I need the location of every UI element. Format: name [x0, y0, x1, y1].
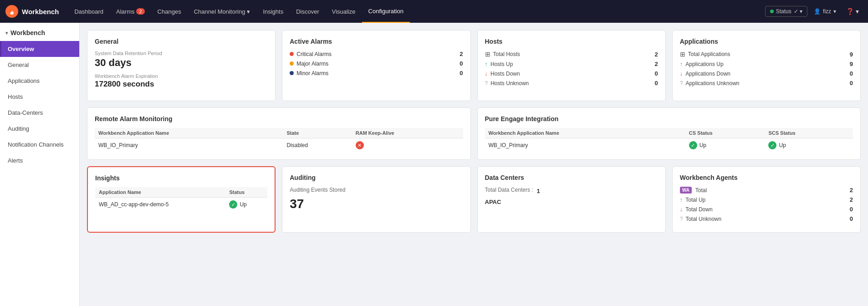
hosts-unknown: ? Hosts Unknown 0 — [485, 80, 658, 87]
sidebar-nav: Overview General Applications Hosts Data… — [0, 41, 79, 168]
minor-dot — [290, 71, 294, 75]
expiration-label: Workbench Alarm Expiration — [95, 73, 268, 79]
insights-col-name: Application Name — [95, 187, 225, 198]
critical-dot — [290, 52, 294, 56]
wba-total: WA Total 2 — [680, 187, 853, 194]
apps-total-icon: ⊞ — [680, 51, 685, 58]
sidebar-item-applications[interactable]: Applications — [0, 73, 79, 89]
table-row: WB_AD_cc-app-dev-demo-5 ✓ Up — [95, 198, 267, 212]
topnav: Workbench Dashboard Alarms 2 Changes Cha… — [0, 0, 868, 23]
pe-cs-check-icon: ✓ — [689, 141, 697, 149]
hosts-down-icon: ↓ — [485, 70, 488, 77]
ram-card: Remote Alarm Monitoring Workbench Applic… — [87, 107, 471, 160]
datacenters-region: APAC — [485, 199, 658, 205]
hosts-card: Hosts ⊞ Total Hosts 2 ↑ Hosts Up 2 ↓ Hos… — [477, 30, 666, 101]
expiration-value: 172800 seconds — [95, 80, 268, 89]
table-row: WB_IO_Primary Disabled ✕ — [95, 138, 463, 153]
apps-down: ↓ Applications Down 0 — [680, 70, 853, 77]
ram-row-keepalive: ✕ — [352, 138, 463, 153]
brand[interactable]: Workbench — [5, 5, 68, 18]
general-card-title: General — [95, 38, 268, 45]
pe-col-scs: SCS Status — [765, 128, 853, 138]
pe-scs-check-icon: ✓ — [768, 141, 776, 149]
pe-row-name: WB_IO_Primary — [485, 138, 685, 153]
pure-engage-card: Pure Engage Integration Workbench Applic… — [477, 107, 861, 160]
user-menu-button[interactable]: 👤 fizz ▾ — [809, 6, 841, 16]
hosts-total: ⊞ Total Hosts 2 — [485, 51, 658, 58]
ram-row-name: WB_IO_Primary — [95, 138, 283, 153]
wba-unknown: ? Total Unknown 0 — [680, 215, 853, 222]
help-button[interactable]: ❓ ▾ — [842, 6, 863, 17]
status-button[interactable]: Status ✓ ▾ — [765, 6, 807, 17]
alarms-badge: 2 — [136, 8, 144, 15]
wb-agents-card: Workbench Agents WA Total 2 ↑ Total Up 2… — [672, 166, 861, 233]
status-dot — [770, 10, 774, 13]
nav-configuration[interactable]: Configuration — [362, 0, 410, 23]
sidebar-item-datacenters[interactable]: Data-Centers — [0, 105, 79, 121]
general-card: General System Data Retention Period 30 … — [87, 30, 276, 101]
sidebar-workspace-label: Workbench — [10, 29, 45, 36]
keepalive-error-icon: ✕ — [356, 141, 364, 149]
alarm-critical: Critical Alarms 2 — [290, 51, 463, 57]
nav-visualize[interactable]: Visualize — [326, 0, 362, 23]
nav-changes[interactable]: Changes — [151, 0, 188, 23]
sidebar-item-notification-channels[interactable]: Notification Channels — [0, 137, 79, 153]
sidebar-item-general[interactable]: General — [0, 57, 79, 73]
pe-col-name: Workbench Application Name — [485, 128, 685, 138]
datacenters-total-label: Total Data Centers : — [485, 187, 533, 193]
applications-card: Applications ⊞ Total Applications 9 ↑ Ap… — [672, 30, 861, 101]
pure-engage-table: Workbench Application Name CS Status SCS… — [485, 128, 853, 152]
insights-table: Application Name Status WB_AD_cc-app-dev… — [95, 187, 267, 211]
apps-unknown: ? Applications Unknown 0 — [680, 80, 853, 87]
nav-channel-monitoring[interactable]: Channel Monitoring ▾ — [188, 0, 257, 23]
wba-up-icon: ↑ — [680, 196, 683, 203]
pure-engage-title: Pure Engage Integration — [485, 115, 853, 122]
datacenters-card: Data Centers Total Data Centers : 1 APAC — [477, 166, 666, 233]
active-alarms-card: Active Alarms Critical Alarms 2 Major Al… — [282, 30, 470, 101]
sidebar-item-auditing[interactable]: Auditing — [0, 121, 79, 137]
ram-row-state: Disabled — [283, 138, 352, 153]
cards-row-2: Remote Alarm Monitoring Workbench Applic… — [87, 107, 861, 160]
datacenters-total: 1 — [537, 188, 540, 194]
wb-agents-title: Workbench Agents — [680, 174, 853, 181]
nav-dashboard[interactable]: Dashboard — [68, 0, 110, 23]
apps-up-icon: ↑ — [680, 61, 683, 67]
retention-label: System Data Retention Period — [95, 51, 268, 56]
auditing-label: Auditing Events Stored — [290, 187, 463, 193]
auditing-title: Auditing — [290, 174, 463, 181]
nav-insights[interactable]: Insights — [256, 0, 290, 23]
brand-icon — [5, 5, 18, 18]
auditing-value: 37 — [290, 197, 463, 211]
topnav-right: Status ✓ ▾ 👤 fizz ▾ ❓ ▾ — [765, 6, 863, 17]
apps-up: ↑ Applications Up 9 — [680, 61, 853, 67]
major-dot — [290, 61, 294, 66]
ram-col-name: Workbench Application Name — [95, 128, 283, 138]
nav-discover[interactable]: Discover — [290, 0, 326, 23]
hosts-unknown-icon: ? — [485, 80, 488, 87]
applications-card-title: Applications — [680, 38, 853, 45]
hosts-down: ↓ Hosts Down 0 — [485, 70, 658, 77]
sidebar-item-hosts[interactable]: Hosts — [0, 89, 79, 105]
nav-alarms[interactable]: Alarms 2 — [110, 0, 151, 23]
wa-badge: WA — [680, 187, 692, 194]
apps-total: ⊞ Total Applications 9 — [680, 51, 853, 58]
hosts-up-icon: ↑ — [485, 61, 488, 67]
sidebar-item-alerts[interactable]: Alerts — [0, 153, 79, 168]
wba-up: ↑ Total Up 2 — [680, 196, 853, 203]
wba-down-icon: ↓ — [680, 206, 683, 213]
wba-down: ↓ Total Down 0 — [680, 206, 853, 213]
sidebar-header[interactable]: ▾ Workbench — [0, 23, 79, 41]
ram-col-state: State — [283, 128, 352, 138]
alarm-major: Major Alarms 0 — [290, 60, 463, 67]
insights-title: Insights — [95, 174, 267, 182]
table-row: WB_IO_Primary ✓ Up ✓ Up — [485, 138, 853, 153]
cards-row-3: Insights Application Name Status WB_AD_c… — [87, 166, 861, 233]
active-alarms-title: Active Alarms — [290, 38, 463, 45]
insights-card: Insights Application Name Status WB_AD_c… — [87, 166, 276, 233]
datacenters-title: Data Centers — [485, 174, 658, 181]
sidebar-item-overview[interactable]: Overview — [0, 41, 79, 57]
retention-value: 30 days — [95, 57, 268, 69]
wba-unknown-icon: ? — [680, 216, 683, 222]
ram-card-title: Remote Alarm Monitoring — [95, 115, 463, 122]
pe-col-cs: CS Status — [685, 128, 765, 138]
